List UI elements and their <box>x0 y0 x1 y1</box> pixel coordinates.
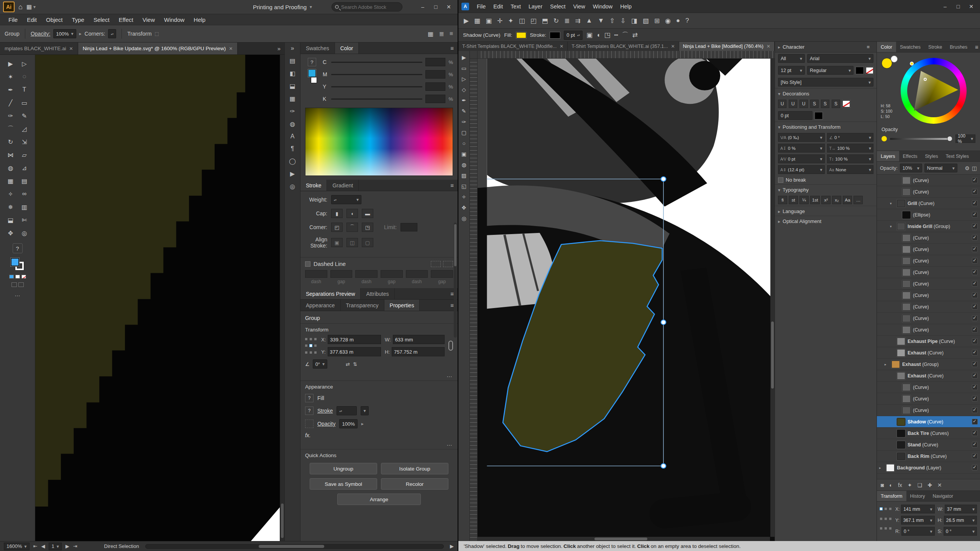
snap-candidates-icon[interactable]: ✦ <box>508 17 513 25</box>
field-value-box[interactable]: 0 ° ▾ <box>944 527 977 536</box>
layer-thumbnail[interactable] <box>902 269 911 276</box>
ai-canvas[interactable] <box>35 55 284 541</box>
group-layers-button[interactable]: ❏ <box>918 482 923 488</box>
column-graph-tool[interactable]: ▥ <box>18 200 31 213</box>
channel-value-field[interactable] <box>425 58 445 66</box>
positioning-header[interactable]: ▾ Positioning and Transform <box>775 121 877 131</box>
help-icon[interactable]: ? <box>685 17 689 25</box>
move-to-back-icon[interactable]: ⇩ <box>621 17 626 25</box>
af-canvas[interactable] <box>478 59 775 541</box>
layer-row-curve[interactable]: (Curve) <box>877 267 980 278</box>
channel-value-field[interactable] <box>425 82 445 91</box>
transform-more-options[interactable]: … <box>300 372 458 380</box>
workspace-switcher-button[interactable]: ▦ ▾ <box>26 3 36 10</box>
layer-visibility-checkbox[interactable] <box>972 246 978 252</box>
lasso-tool[interactable]: ◌ <box>18 70 31 83</box>
auto-scroll-icon[interactable]: ⇉ <box>575 17 580 25</box>
previous-artboard-icon[interactable]: ◀ <box>41 543 45 549</box>
constrain-proportions-icon[interactable] <box>448 341 453 351</box>
layer-visibility-checkbox[interactable] <box>972 189 978 195</box>
chevron-right-icon[interactable]: ▸ <box>361 421 364 426</box>
draw-behind-button[interactable] <box>18 282 24 287</box>
shear-field[interactable]: ∠ 0 ° ▾ <box>827 133 874 142</box>
perspective-grid-tool[interactable]: ⊿ <box>18 161 31 174</box>
pen-tool[interactable]: ✒ <box>459 95 469 105</box>
layer-expand-icon[interactable]: ▸ <box>885 362 889 366</box>
stroke-panel-icon[interactable]: ◯ <box>289 157 296 165</box>
field-value[interactable]: 633 mm <box>393 335 445 344</box>
channel-value-field[interactable] <box>425 70 445 79</box>
font-weight-dropdown[interactable]: Regular ▾ <box>807 66 854 75</box>
layer-thumbnail[interactable] <box>902 326 911 334</box>
stroke-cap-icon[interactable]: ◖ <box>596 31 600 39</box>
pen-tool[interactable]: ✒ <box>4 83 18 96</box>
canvas-vertical-scrollbar[interactable] <box>770 59 775 537</box>
scroll-right-icon[interactable]: ▶ <box>450 543 454 549</box>
channel-slider[interactable] <box>331 86 422 87</box>
home-icon[interactable]: ⌂ <box>18 3 23 11</box>
stroke-align-icon[interactable]: ▣ <box>586 31 593 39</box>
scrollbar-thumb[interactable] <box>771 321 774 389</box>
align-stroke-center-button[interactable]: ▣ <box>331 238 343 247</box>
subscript-button[interactable]: x₂ <box>832 196 841 204</box>
layer-thumbnail[interactable] <box>902 292 911 299</box>
fill-color-circle[interactable] <box>882 58 892 69</box>
field-value[interactable]: 377.633 m <box>328 347 381 356</box>
brushes-panel-icon[interactable]: ✑ <box>290 108 295 115</box>
decoration-width-field[interactable]: 0 pt <box>778 111 813 120</box>
canvas-horizontal-scrollbar[interactable] <box>478 537 770 541</box>
type-panel-icon[interactable]: A <box>291 133 295 140</box>
layer-thumbnail[interactable] <box>897 349 905 357</box>
document-tab-t-shirt-templates-black-white-ai-357-1[interactable]: T-Shirt Templates BLACK_WHITE.ai (357.1.… <box>568 42 679 51</box>
shape-builder-tool[interactable]: ◍ <box>4 161 18 174</box>
vector-brush-tool[interactable]: ✑ <box>459 117 469 127</box>
stroke-width-field[interactable]: ▴▾ <box>337 406 357 415</box>
reverse-curves-icon[interactable]: ⇄ <box>632 31 638 39</box>
layer-thumbnail[interactable] <box>902 188 911 196</box>
flip-vertical-icon[interactable]: ⇅ <box>353 361 357 367</box>
align-dash-icon[interactable] <box>443 261 453 267</box>
panel-tab-brushes[interactable]: Brushes <box>946 42 971 52</box>
tab-overflow-icon[interactable]: » <box>274 43 284 54</box>
panel-tab-swatches[interactable]: Swatches <box>300 43 335 54</box>
round-join-button[interactable]: ⌒ <box>346 223 358 232</box>
double-underline-button[interactable]: U <box>789 100 797 108</box>
dash-value-field[interactable] <box>431 270 453 278</box>
tab-close-icon[interactable]: ✕ <box>671 44 675 49</box>
layer-visibility-checkbox[interactable] <box>972 465 978 471</box>
layer-visibility-checkbox[interactable] <box>972 338 978 344</box>
panel-tab-separations-preview[interactable]: Separations Preview <box>300 288 361 299</box>
fill-swatch[interactable] <box>516 32 526 38</box>
layer-visibility-checkbox[interactable] <box>972 315 978 321</box>
selection-tool[interactable]: ▶ <box>4 57 18 70</box>
live-filter-button[interactable]: ✦ <box>908 482 912 488</box>
panel-tab-effects[interactable]: Effects <box>899 151 921 161</box>
layer-visibility-checkbox[interactable] <box>972 212 978 218</box>
toolbar-more-icon[interactable]: … <box>15 291 20 297</box>
strikethrough-button[interactable]: S <box>810 100 819 108</box>
fx-label[interactable]: fx. <box>305 432 311 438</box>
gradient-swatch[interactable] <box>15 275 20 279</box>
dash-value-field[interactable] <box>330 270 353 278</box>
channel-slider[interactable] <box>331 74 422 75</box>
panel-menu-icon[interactable]: ≡ <box>446 180 458 191</box>
ordinals-button[interactable]: 1st <box>810 196 820 204</box>
panel-tab-attributes[interactable]: Attributes <box>361 288 394 299</box>
stroke-join-icon[interactable]: ◳ <box>604 31 610 39</box>
language-header[interactable]: ▸ Language <box>775 206 877 216</box>
panel-tab-transform[interactable]: Transform <box>877 491 906 501</box>
artboard-tool[interactable]: ▭ <box>459 63 469 73</box>
hand-tool[interactable]: ✥ <box>4 226 18 239</box>
layer-thumbnail[interactable] <box>902 246 911 253</box>
eyedropper-tool[interactable]: ✧ <box>4 187 18 200</box>
layer-row-exhaust[interactable]: Exhaust (Curve) <box>877 347 980 359</box>
panel-tab-history[interactable]: History <box>906 491 929 501</box>
scrollbar-thumb[interactable] <box>594 538 647 540</box>
pressure-icon[interactable]: ⌒ <box>622 31 629 39</box>
none-swatch[interactable] <box>21 275 26 279</box>
opacity-label[interactable]: Opacity <box>317 421 335 427</box>
quick-action-button-1[interactable]: Isolate Group <box>381 463 448 474</box>
align-stroke-outside-button[interactable]: ▢ <box>362 238 373 247</box>
field-value[interactable]: 339.728 m <box>328 335 381 344</box>
layers-opacity-dropdown[interactable]: 10% ▾ <box>900 164 922 172</box>
